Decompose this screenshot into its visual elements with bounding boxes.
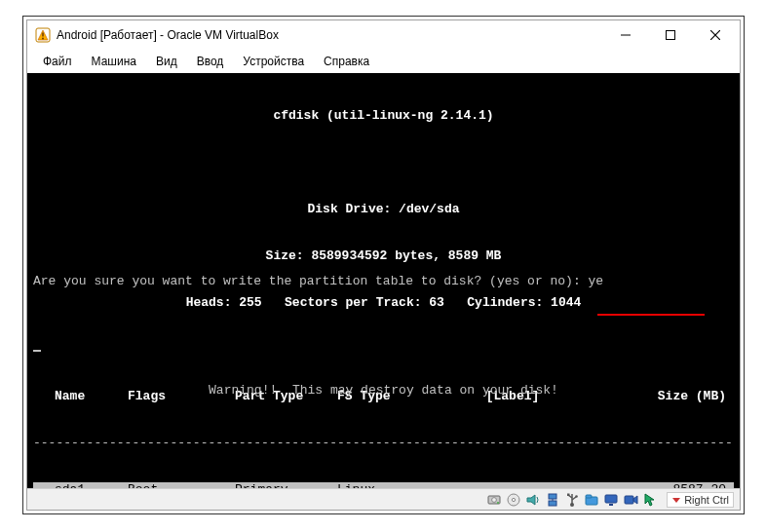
svg-rect-3 (42, 33, 43, 37)
svg-rect-25 (605, 495, 617, 503)
app-icon (35, 27, 51, 43)
svg-point-2 (42, 38, 44, 40)
svg-rect-21 (567, 493, 570, 496)
menu-machine[interactable]: Машина (82, 53, 146, 70)
window-title: Android [Работает] - Oracle VM VirtualBo… (57, 28, 279, 42)
svg-marker-13 (527, 495, 535, 505)
prompt-area: Are you sure you want to write the parti… (27, 243, 740, 476)
arrow-down-icon (671, 495, 681, 505)
svg-rect-15 (549, 501, 556, 506)
menu-file[interactable]: Файл (33, 53, 82, 70)
minimize-button[interactable] (603, 20, 648, 50)
cfdisk-title: cfdisk (util-linux-ng 2.14.1) (33, 108, 734, 124)
maximize-button[interactable] (648, 20, 693, 50)
outer-frame: Android [Работает] - Oracle VM VirtualBo… (22, 16, 745, 514)
shared-folders-icon[interactable] (583, 491, 600, 509)
window-controls (603, 20, 738, 50)
cell-flags: Boot (128, 482, 235, 488)
host-key-indicator[interactable]: Right Ctrl (667, 492, 734, 508)
mouse-integration-icon[interactable] (641, 491, 659, 509)
svg-marker-29 (672, 498, 680, 503)
virtualbox-window: Android [Работает] - Oracle VM VirtualBo… (26, 19, 741, 511)
svg-point-10 (497, 502, 499, 504)
svg-marker-28 (633, 496, 637, 504)
svg-rect-5 (667, 31, 675, 40)
annotation-underline (597, 314, 705, 316)
confirm-prompt: Are you sure you want to write the parti… (33, 274, 734, 289)
menu-help[interactable]: Справка (314, 53, 379, 70)
menubar: Файл Машина Вид Ввод Устройства Справка (27, 50, 740, 73)
svg-point-22 (575, 495, 578, 498)
display-icon[interactable] (602, 491, 620, 509)
optical-disk-icon[interactable] (505, 491, 522, 509)
host-key-label: Right Ctrl (684, 494, 729, 506)
svg-point-12 (513, 498, 516, 501)
cell-label (444, 482, 581, 488)
menu-input[interactable]: Ввод (187, 53, 234, 70)
cell-name: sda1 (35, 482, 128, 488)
statusbar: Right Ctrl (27, 488, 740, 510)
close-button[interactable] (693, 20, 738, 50)
menu-devices[interactable]: Устройства (233, 53, 314, 70)
guest-terminal[interactable]: cfdisk (util-linux-ng 2.14.1) Disk Drive… (27, 73, 740, 488)
usb-icon[interactable] (563, 491, 581, 509)
cell-fs-type: Linux (337, 482, 444, 488)
svg-rect-27 (625, 496, 633, 504)
menu-view[interactable]: Вид (146, 53, 187, 70)
recording-icon[interactable] (622, 491, 639, 509)
partition-row-selected[interactable]: sda1 Boot Primary Linux 8587.20 (33, 482, 734, 488)
warning-line: Warning!! This may destroy data on your … (33, 383, 734, 399)
cell-size: 8587.20 (581, 482, 732, 488)
svg-rect-24 (586, 495, 592, 498)
text-cursor (33, 350, 41, 352)
svg-rect-26 (609, 504, 613, 506)
svg-point-9 (492, 497, 497, 502)
svg-rect-14 (549, 494, 556, 499)
audio-icon[interactable] (524, 491, 542, 509)
network-icon[interactable] (544, 491, 561, 509)
cell-part-type: Primary (235, 482, 337, 488)
disk-drive-line: Disk Drive: /dev/sda (33, 202, 734, 217)
hard-disk-icon[interactable] (485, 491, 503, 509)
titlebar: Android [Работает] - Oracle VM VirtualBo… (27, 20, 740, 50)
